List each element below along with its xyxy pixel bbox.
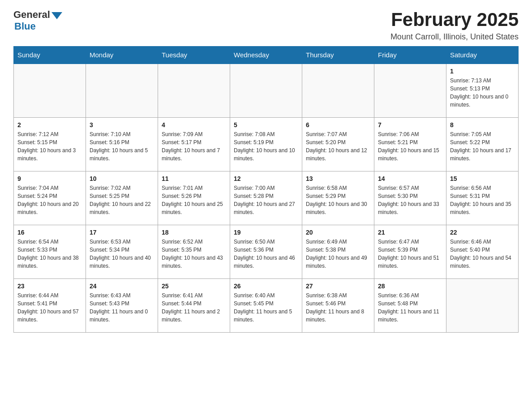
logo: General Blue (13, 9, 62, 32)
day-info: Sunrise: 6:58 AMSunset: 5:29 PMDaylight:… (306, 184, 370, 216)
header-tuesday: Tuesday (158, 47, 230, 64)
cell-week3-day1: 17Sunrise: 6:53 AMSunset: 5:34 PMDayligh… (86, 225, 158, 278)
day-number: 8 (450, 121, 515, 128)
cell-week3-day2: 18Sunrise: 6:52 AMSunset: 5:35 PMDayligh… (158, 225, 230, 278)
logo-blue-text: Blue (14, 21, 36, 32)
header-thursday: Thursday (302, 47, 374, 64)
cell-week1-day0: 2Sunrise: 7:12 AMSunset: 5:15 PMDaylight… (14, 117, 86, 171)
day-info: Sunrise: 7:09 AMSunset: 5:17 PMDaylight:… (162, 130, 226, 163)
day-number: 20 (306, 229, 370, 236)
cell-week4-day5: 28Sunrise: 6:36 AMSunset: 5:48 PMDayligh… (374, 278, 446, 332)
cell-week0-day4 (302, 64, 374, 117)
day-number: 16 (17, 229, 82, 236)
cell-week2-day2: 11Sunrise: 7:01 AMSunset: 5:26 PMDayligh… (158, 171, 230, 225)
week-row-0: 1Sunrise: 7:13 AMSunset: 5:13 PMDaylight… (14, 64, 519, 117)
week-row-4: 23Sunrise: 6:44 AMSunset: 5:41 PMDayligh… (14, 278, 519, 332)
cell-week3-day4: 20Sunrise: 6:49 AMSunset: 5:38 PMDayligh… (302, 225, 374, 278)
calendar-table: Sunday Monday Tuesday Wednesday Thursday… (13, 46, 519, 333)
week-row-2: 9Sunrise: 7:04 AMSunset: 5:24 PMDaylight… (14, 171, 519, 225)
day-number: 1 (450, 68, 515, 75)
day-info: Sunrise: 6:36 AMSunset: 5:48 PMDaylight:… (378, 291, 442, 324)
cell-week4-day0: 23Sunrise: 6:44 AMSunset: 5:41 PMDayligh… (14, 278, 86, 332)
day-info: Sunrise: 7:02 AMSunset: 5:25 PMDaylight:… (90, 184, 154, 216)
calendar-header-row: Sunday Monday Tuesday Wednesday Thursday… (14, 47, 519, 64)
day-info: Sunrise: 6:50 AMSunset: 5:36 PMDaylight:… (234, 238, 298, 270)
cell-week1-day2: 4Sunrise: 7:09 AMSunset: 5:17 PMDaylight… (158, 117, 230, 171)
cell-week2-day3: 12Sunrise: 7:00 AMSunset: 5:28 PMDayligh… (230, 171, 302, 225)
day-number: 28 (378, 283, 442, 290)
day-info: Sunrise: 7:05 AMSunset: 5:22 PMDaylight:… (450, 130, 515, 163)
day-number: 26 (234, 283, 298, 290)
cell-week4-day1: 24Sunrise: 6:43 AMSunset: 5:43 PMDayligh… (86, 278, 158, 332)
day-info: Sunrise: 7:04 AMSunset: 5:24 PMDaylight:… (17, 184, 82, 216)
logo-arrow-icon (51, 12, 62, 19)
day-number: 9 (17, 175, 82, 182)
day-info: Sunrise: 6:38 AMSunset: 5:46 PMDaylight:… (306, 291, 370, 324)
day-number: 25 (162, 283, 226, 290)
day-info: Sunrise: 6:40 AMSunset: 5:45 PMDaylight:… (234, 291, 298, 324)
cell-week3-day6: 22Sunrise: 6:46 AMSunset: 5:40 PMDayligh… (446, 225, 519, 278)
logo-general-text: General (13, 9, 50, 21)
week-row-1: 2Sunrise: 7:12 AMSunset: 5:15 PMDaylight… (14, 117, 519, 171)
day-info: Sunrise: 6:56 AMSunset: 5:31 PMDaylight:… (450, 184, 515, 216)
cell-week3-day5: 21Sunrise: 6:47 AMSunset: 5:39 PMDayligh… (374, 225, 446, 278)
day-info: Sunrise: 7:12 AMSunset: 5:15 PMDaylight:… (17, 130, 82, 163)
day-number: 15 (450, 175, 515, 182)
day-info: Sunrise: 6:41 AMSunset: 5:44 PMDaylight:… (162, 291, 226, 324)
day-number: 4 (162, 121, 226, 128)
day-number: 5 (234, 121, 298, 128)
cell-week4-day2: 25Sunrise: 6:41 AMSunset: 5:44 PMDayligh… (158, 278, 230, 332)
day-info: Sunrise: 6:47 AMSunset: 5:39 PMDaylight:… (378, 238, 442, 270)
cell-week2-day5: 14Sunrise: 6:57 AMSunset: 5:30 PMDayligh… (374, 171, 446, 225)
title-section: February 2025 Mount Carroll, Illinois, U… (390, 9, 519, 42)
calendar-subtitle: Mount Carroll, Illinois, United States (390, 32, 519, 42)
cell-week2-day1: 10Sunrise: 7:02 AMSunset: 5:25 PMDayligh… (86, 171, 158, 225)
calendar-title: February 2025 (390, 9, 519, 30)
day-number: 13 (306, 175, 370, 182)
day-info: Sunrise: 6:54 AMSunset: 5:33 PMDaylight:… (17, 238, 82, 270)
cell-week2-day6: 15Sunrise: 6:56 AMSunset: 5:31 PMDayligh… (446, 171, 519, 225)
header-saturday: Saturday (446, 47, 519, 64)
cell-week0-day0 (14, 64, 86, 117)
day-number: 22 (450, 229, 515, 236)
day-info: Sunrise: 6:52 AMSunset: 5:35 PMDaylight:… (162, 238, 226, 270)
cell-week4-day4: 27Sunrise: 6:38 AMSunset: 5:46 PMDayligh… (302, 278, 374, 332)
cell-week3-day0: 16Sunrise: 6:54 AMSunset: 5:33 PMDayligh… (14, 225, 86, 278)
header-sunday: Sunday (14, 47, 86, 64)
day-number: 17 (90, 229, 154, 236)
day-info: Sunrise: 7:00 AMSunset: 5:28 PMDaylight:… (234, 184, 298, 216)
cell-week0-day3 (230, 64, 302, 117)
day-info: Sunrise: 7:08 AMSunset: 5:19 PMDaylight:… (234, 130, 298, 163)
day-info: Sunrise: 6:46 AMSunset: 5:40 PMDaylight:… (450, 238, 515, 270)
day-number: 3 (90, 121, 154, 128)
cell-week3-day3: 19Sunrise: 6:50 AMSunset: 5:36 PMDayligh… (230, 225, 302, 278)
page-header: General Blue February 2025 Mount Carroll… (13, 9, 519, 42)
day-number: 18 (162, 229, 226, 236)
day-number: 12 (234, 175, 298, 182)
day-info: Sunrise: 7:01 AMSunset: 5:26 PMDaylight:… (162, 184, 226, 216)
day-info: Sunrise: 6:43 AMSunset: 5:43 PMDaylight:… (90, 291, 154, 324)
cell-week1-day4: 6Sunrise: 7:07 AMSunset: 5:20 PMDaylight… (302, 117, 374, 171)
cell-week1-day1: 3Sunrise: 7:10 AMSunset: 5:16 PMDaylight… (86, 117, 158, 171)
day-info: Sunrise: 6:44 AMSunset: 5:41 PMDaylight:… (17, 291, 82, 324)
cell-week0-day6: 1Sunrise: 7:13 AMSunset: 5:13 PMDaylight… (446, 64, 519, 117)
day-info: Sunrise: 7:06 AMSunset: 5:21 PMDaylight:… (378, 130, 442, 163)
cell-week1-day3: 5Sunrise: 7:08 AMSunset: 5:19 PMDaylight… (230, 117, 302, 171)
cell-week0-day1 (86, 64, 158, 117)
day-number: 14 (378, 175, 442, 182)
cell-week0-day2 (158, 64, 230, 117)
day-number: 11 (162, 175, 226, 182)
header-wednesday: Wednesday (230, 47, 302, 64)
cell-week1-day6: 8Sunrise: 7:05 AMSunset: 5:22 PMDaylight… (446, 117, 519, 171)
day-number: 21 (378, 229, 442, 236)
week-row-3: 16Sunrise: 6:54 AMSunset: 5:33 PMDayligh… (14, 225, 519, 278)
day-info: Sunrise: 6:53 AMSunset: 5:34 PMDaylight:… (90, 238, 154, 270)
day-number: 2 (17, 121, 82, 128)
day-number: 24 (90, 283, 154, 290)
day-info: Sunrise: 6:57 AMSunset: 5:30 PMDaylight:… (378, 184, 442, 216)
cell-week4-day3: 26Sunrise: 6:40 AMSunset: 5:45 PMDayligh… (230, 278, 302, 332)
day-info: Sunrise: 7:07 AMSunset: 5:20 PMDaylight:… (306, 130, 370, 163)
cell-week1-day5: 7Sunrise: 7:06 AMSunset: 5:21 PMDaylight… (374, 117, 446, 171)
header-monday: Monday (86, 47, 158, 64)
header-friday: Friday (374, 47, 446, 64)
